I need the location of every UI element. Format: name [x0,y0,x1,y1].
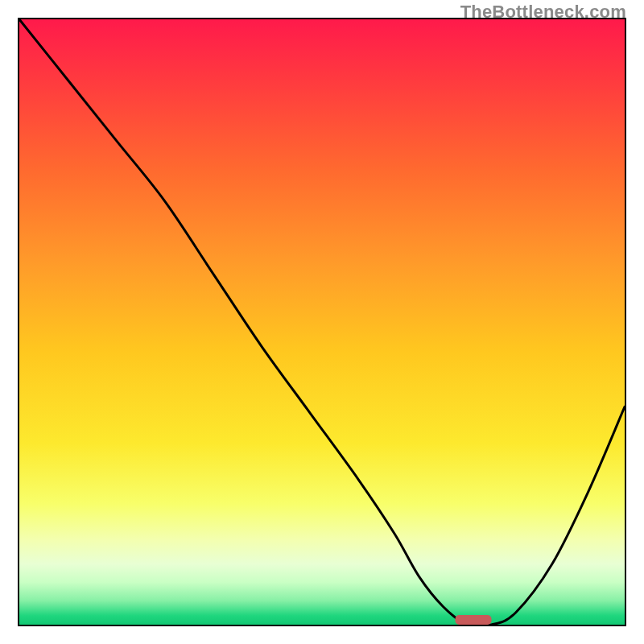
optimal-marker [455,615,491,625]
bottleneck-curve [19,19,625,625]
chart-frame [18,18,626,626]
chart-overlay [19,19,625,625]
